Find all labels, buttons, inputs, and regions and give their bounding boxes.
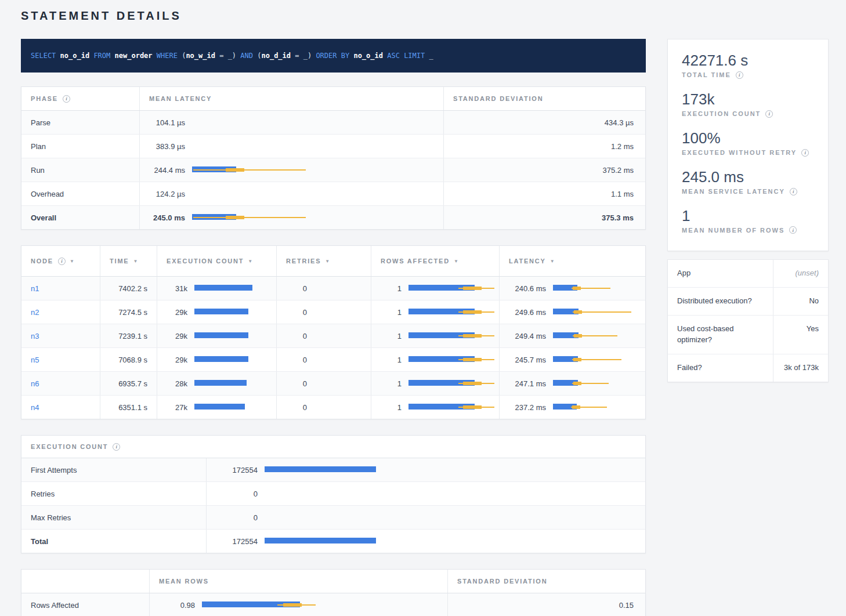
info-icon[interactable]: i — [801, 149, 809, 157]
info-icon[interactable]: i — [789, 226, 797, 234]
node-link[interactable]: n6 — [31, 379, 39, 388]
sql-token: _ — [425, 52, 433, 60]
cell-mean-latency: 245.0 ms — [140, 206, 444, 229]
cell-rows-affected: 1 — [371, 277, 500, 300]
retries-cell: 0 — [277, 300, 371, 324]
cell-rows-affected: 1 — [371, 348, 500, 371]
bar-chart — [194, 309, 276, 316]
phase-name-cell: Overhead — [21, 182, 140, 205]
empty-header-cell — [207, 436, 645, 458]
stat-value: 245.0 ms — [682, 169, 814, 186]
time-cell: 6935.7 s — [100, 372, 157, 395]
stat-label: TOTAL TIMEi — [682, 71, 814, 79]
info-icon[interactable]: i — [790, 188, 797, 195]
header-label: NODE — [31, 258, 53, 264]
header-label: LATENCY — [509, 258, 546, 264]
rows-affected-value: 1 — [381, 308, 402, 317]
info-icon[interactable]: i — [113, 443, 120, 451]
cell-execution-count: 29k — [157, 300, 277, 324]
bar-chart — [408, 380, 496, 387]
node-table-sort-header[interactable]: TIME▼ — [100, 246, 157, 276]
execution-count-value: 172554 — [216, 537, 258, 546]
sql-token: = _) — [215, 52, 240, 60]
sql-token: new_order — [115, 52, 153, 60]
info-icon[interactable]: i — [63, 95, 70, 103]
node-table-sort-header[interactable]: LATENCY▼ — [500, 246, 645, 276]
summary-stat: 173kEXECUTION COUNTi — [682, 91, 814, 118]
sql-token: ASC LIMIT — [387, 52, 425, 60]
cell-rows-affected: 1 — [371, 396, 500, 419]
stddev-core — [463, 358, 482, 361]
sort-arrow-icon[interactable]: ▼ — [550, 259, 555, 264]
node-link[interactable]: n3 — [31, 332, 39, 340]
node-link[interactable]: n5 — [31, 356, 39, 364]
cell-latency: 245.7 ms — [500, 348, 655, 371]
details-card: App(unset)Distributed execution?NoUsed c… — [667, 259, 829, 382]
cell-execution-count: 172554 — [207, 530, 645, 553]
info-icon[interactable]: i — [736, 71, 743, 79]
mean-bar — [194, 356, 248, 362]
bar-chart — [553, 309, 646, 316]
sort-arrow-icon[interactable]: ▼ — [248, 259, 252, 264]
sort-arrow-icon[interactable]: ▼ — [70, 259, 74, 264]
retries-cell: 0 — [277, 277, 371, 300]
rows-affected-value: 1 — [381, 332, 402, 340]
rows-affected-row: Rows Affected0.980.15 — [21, 593, 645, 616]
info-icon[interactable]: i — [58, 258, 66, 265]
node-link[interactable]: n1 — [31, 284, 39, 293]
summary-stat: 245.0 msMEAN SERVICE LATENCYi — [682, 169, 814, 195]
bar-chart — [194, 404, 276, 411]
details-value: (unset) — [773, 260, 828, 287]
latency-value: 249.6 ms — [509, 308, 546, 317]
node-row: n27274.5 s29k01249.6 ms — [21, 300, 645, 324]
mean-latency-value: 124.2 µs — [149, 190, 185, 198]
retries-cell: 0 — [277, 348, 371, 371]
stddev-core — [226, 168, 244, 172]
phase-row: Overall245.0 ms375.3 ms — [21, 206, 645, 229]
node-table-sort-header[interactable]: RETRIES▼ — [277, 246, 371, 276]
stat-value: 42271.6 s — [682, 52, 814, 70]
cell-latency: 249.4 ms — [500, 324, 655, 347]
phase-name-cell: Parse — [21, 111, 140, 134]
cell-mean-rows: 0.98 — [150, 593, 448, 616]
sort-arrow-icon[interactable]: ▼ — [325, 259, 330, 264]
bar-chart — [265, 538, 386, 545]
info-icon[interactable]: i — [765, 110, 773, 118]
latency-value: 247.1 ms — [509, 379, 546, 388]
node-link[interactable]: n2 — [31, 308, 39, 317]
node-table-sort-header[interactable]: EXECUTION COUNT▼ — [157, 246, 277, 276]
sql-token — [349, 52, 353, 60]
summary-stat: 100%EXECUTED WITHOUT RETRYi — [682, 130, 814, 157]
node-link[interactable]: n4 — [31, 403, 39, 412]
stat-label: MEAN NUMBER OF ROWSi — [682, 226, 814, 234]
rows-affected-value: 1 — [381, 356, 402, 364]
sql-token — [153, 52, 157, 60]
node-table-sort-header[interactable]: NODEi▼ — [21, 246, 100, 276]
stddev-core — [283, 603, 302, 607]
phase-name-cell: Run — [21, 158, 140, 182]
retries-value: 0 — [286, 379, 307, 388]
bar-chart — [408, 309, 496, 316]
retries-value: 0 — [286, 308, 307, 317]
details-label: Used cost-based optimizer? — [668, 316, 773, 354]
details-row: App(unset) — [668, 260, 828, 288]
retries-cell: 0 — [277, 372, 371, 395]
sort-arrow-icon[interactable]: ▼ — [133, 259, 138, 264]
node-table-sort-header[interactable]: ROWS AFFECTED▼ — [371, 246, 500, 276]
stat-value: 173k — [682, 91, 814, 108]
cell-latency: 247.1 ms — [500, 372, 655, 395]
mean-latency-value: 245.0 ms — [149, 213, 185, 222]
bar-chart — [408, 356, 496, 363]
sql-token: ORDER BY — [316, 52, 349, 60]
execution-count-value: 0 — [216, 490, 258, 498]
stddev-line — [193, 217, 306, 218]
sort-arrow-icon[interactable]: ▼ — [454, 259, 458, 264]
stat-label-text: EXECUTED WITHOUT RETRY — [682, 149, 797, 156]
bar-chart — [553, 380, 646, 387]
bar-chart — [194, 332, 276, 339]
details-label: App — [668, 260, 773, 287]
node-row: n57068.9 s29k01245.7 ms — [21, 348, 645, 372]
mean-rows-value: 0.98 — [159, 601, 195, 610]
main-column: SELECT no_o_id FROM new_order WHERE (no_… — [21, 39, 646, 616]
retries-cell: 0 — [277, 396, 371, 419]
